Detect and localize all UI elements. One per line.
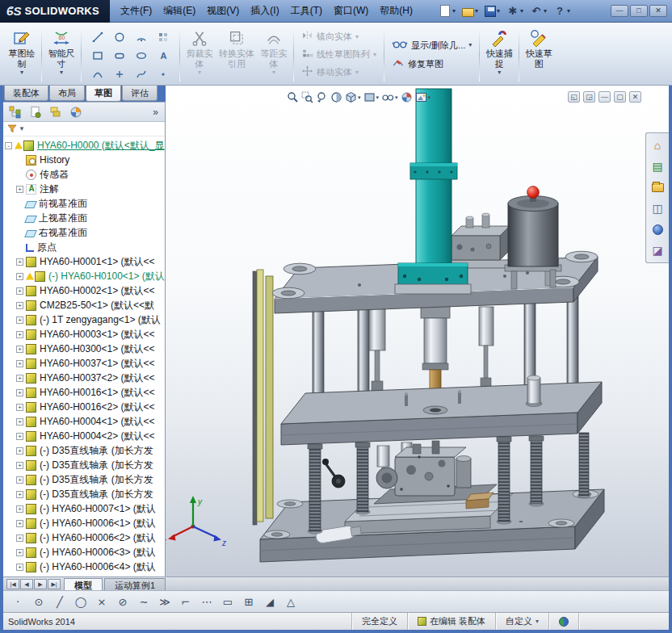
grid-tool[interactable]: ⊞	[241, 593, 257, 610]
display-delete-relations-button[interactable]: 显示/删除几... ▾	[389, 37, 474, 54]
appearances-icon[interactable]	[649, 220, 667, 239]
tree-expander[interactable]: +	[16, 476, 23, 484]
tree-item[interactable]: + (-) HYA60-H0006<3> (默认	[5, 545, 165, 560]
zoom-area-button[interactable]	[301, 91, 313, 103]
centerline-tool[interactable]: ⋯	[199, 593, 215, 610]
zoom-fit-button[interactable]	[287, 91, 299, 103]
display-style-button[interactable]: ▾	[363, 91, 380, 103]
tree-expander[interactable]: +	[16, 534, 23, 542]
close-button[interactable]: ✕	[649, 5, 667, 17]
menu-item[interactable]: 工具(T)	[285, 1, 328, 21]
tree-expander[interactable]: +	[16, 462, 23, 469]
trim-entities-button[interactable]: 剪裁实体 ▾	[183, 26, 216, 83]
tree-expander[interactable]: +	[16, 447, 23, 455]
tree-item[interactable]: + (-) D35直线轴承 (加长方发	[5, 487, 165, 501]
command-tab[interactable]: 评估	[122, 86, 158, 101]
tree-item[interactable]: 上视基准面	[5, 211, 165, 225]
menu-item[interactable]: 窗口(W)	[328, 1, 374, 21]
tree-expander[interactable]: +	[16, 505, 23, 513]
dropdown-arrow[interactable]: ▾	[60, 69, 63, 76]
section-view-button[interactable]	[330, 91, 342, 103]
last-tab-button[interactable]: ▶|	[48, 579, 61, 589]
quick-snaps-button[interactable]: 快速捕捉 ▾	[482, 26, 516, 83]
tree-expander[interactable]: +	[16, 258, 23, 266]
linear-sketch-pattern-button[interactable]: 线性草图阵列 ▾	[299, 47, 379, 63]
point-tool[interactable]: ·	[10, 593, 26, 610]
tree-expander[interactable]: +	[16, 273, 23, 280]
tree-item[interactable]: + HYA60-H0004<1> (默认<<	[5, 414, 165, 429]
ellipse-tool[interactable]: ◯	[73, 593, 89, 610]
offset-entities-button[interactable]: 等距实体 ▾	[257, 26, 291, 83]
displaymanager-icon[interactable]	[67, 104, 85, 120]
tree-item[interactable]: + HYA60-H0016<2> (默认<<	[5, 400, 165, 414]
tree-item[interactable]: + HYA60-H0002<1> (默认<<	[5, 283, 165, 298]
menu-item[interactable]: 文件(F)	[115, 1, 158, 21]
tree-item[interactable]: + (-) 1T zengyagang<1> (默认	[5, 312, 165, 327]
offset-tool[interactable]: ≫	[157, 593, 173, 610]
tree-item[interactable]: History	[5, 153, 165, 167]
minimize-doc-button[interactable]: —	[598, 91, 611, 103]
slot-tool-button[interactable]	[109, 47, 130, 65]
tree-item[interactable]: + (-) D35直线轴承 (加长方发	[5, 458, 165, 472]
tree-item[interactable]: 传感器	[5, 167, 165, 182]
tree-expander[interactable]: -	[5, 142, 12, 149]
custom-status[interactable]: 自定义▾	[495, 613, 548, 630]
text-tool-button[interactable]: A	[153, 47, 174, 65]
hide-show-items-button[interactable]: ▾	[381, 91, 398, 103]
quick-tips-toggle[interactable]	[548, 613, 578, 630]
tree-expander[interactable]: +	[16, 404, 23, 411]
tree-item[interactable]: + HYA60-H0001<1> (默认<<	[5, 254, 165, 269]
sketch-button[interactable]: 草图绘制 ▾	[5, 26, 39, 83]
tree-expander[interactable]: +	[16, 520, 23, 527]
rapid-sketch-button[interactable]: 快速草图	[522, 26, 556, 83]
tree-root-assembly[interactable]: - HYA60-H0000 (默认<默认_显	[5, 138, 165, 153]
maximize-button[interactable]: □	[630, 5, 648, 17]
convert-entities-button[interactable]: 转换实体引用	[216, 26, 257, 83]
options-button[interactable]: ✱▾	[504, 2, 526, 20]
tree-expander[interactable]: +	[16, 433, 23, 440]
trim-tool[interactable]: ⊘	[115, 593, 131, 610]
tree-item[interactable]: + HYA60-H0037<2> (默认<<	[5, 371, 165, 385]
minimize-button[interactable]: —	[611, 5, 628, 17]
custom-dropdown-arrow[interactable]: ▾	[536, 618, 539, 625]
open-button[interactable]: ▾	[460, 2, 481, 20]
point-tool-button[interactable]	[109, 65, 130, 83]
tree-expander[interactable]: +	[16, 331, 23, 338]
ellipse-tool-button[interactable]	[131, 47, 152, 65]
tree-expander[interactable]: +	[16, 389, 23, 396]
tree-item[interactable]: + HYA60-H0300<1> (默认<<	[5, 342, 165, 356]
centerpoint-arc-tool-button[interactable]	[131, 28, 152, 46]
save-button[interactable]: ▾	[482, 2, 502, 20]
tree-item[interactable]: + 注解	[5, 182, 165, 196]
slot-tool[interactable]: ▭	[220, 593, 236, 610]
resources-icon[interactable]: ⌂	[649, 136, 667, 155]
erase-tool[interactable]: ×	[94, 593, 110, 610]
tree-item[interactable]: + (-) HYA60-H0006<1> (默认	[5, 516, 165, 530]
line-tool[interactable]: ╱	[52, 593, 68, 610]
polygon-tool[interactable]: △	[283, 593, 299, 610]
configurationmanager-icon[interactable]	[47, 104, 65, 120]
dropdown-arrow[interactable]: ▾	[272, 69, 275, 76]
filter-funnel-icon[interactable]	[7, 122, 17, 136]
command-tab[interactable]: 装配体	[4, 86, 48, 101]
apply-scene-button[interactable]: ▾	[415, 91, 431, 103]
dropdown-arrow[interactable]: ▾	[198, 69, 201, 76]
mirror-entities-button[interactable]: 镜向实体 ▾	[299, 29, 379, 45]
featuremanager-tree-icon[interactable]	[6, 104, 24, 120]
restore-doc-button[interactable]: ◲	[583, 91, 595, 103]
circle-tool-button[interactable]	[109, 28, 130, 46]
pattern-rect-tool-button[interactable]	[153, 28, 174, 46]
undo-button[interactable]: ↶▾	[527, 2, 549, 20]
custom-properties-icon[interactable]: ◪	[649, 241, 667, 260]
tree-expander[interactable]: +	[16, 375, 23, 382]
construction-point-tool-button[interactable]	[153, 65, 174, 83]
tree-expander[interactable]: +	[16, 418, 23, 425]
design-library-icon[interactable]: ▤	[649, 157, 667, 176]
tree-expander[interactable]: +	[16, 564, 23, 571]
filter-dropdown-arrow[interactable]: ▼	[19, 125, 25, 132]
prev-tab-button[interactable]: ◀	[20, 579, 33, 589]
cascade-doc-button[interactable]: ◱	[568, 91, 580, 103]
first-tab-button[interactable]: |◀	[6, 579, 19, 589]
command-tab[interactable]: 草图	[86, 86, 121, 102]
tree-item[interactable]: + (-) HYA60-H0100<1> (默认	[5, 269, 165, 283]
